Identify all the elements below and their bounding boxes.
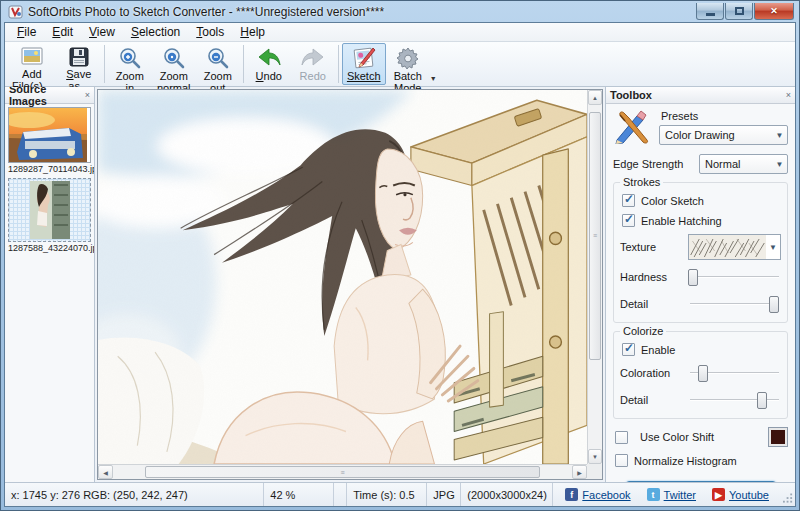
strokes-detail-label: Detail (620, 298, 688, 310)
hardness-slider-thumb[interactable] (688, 269, 698, 286)
menu-help[interactable]: Help (232, 24, 273, 40)
status-dimensions: (2000x3000x24) (461, 483, 553, 506)
chevron-down-icon: ▼ (772, 160, 787, 169)
colorize-detail-slider[interactable] (688, 390, 781, 410)
hardness-label: Hardness (620, 271, 688, 283)
save-as-button[interactable]: Save as... (57, 43, 101, 85)
toolbox-header: Toolbox × (606, 87, 795, 104)
youtube-icon: ▶ (712, 488, 725, 501)
colorize-enable-checkbox[interactable] (622, 343, 635, 356)
use-color-shift-row[interactable]: Use Color Shift (615, 427, 788, 447)
thumbnail-truck[interactable] (8, 107, 91, 163)
color-shift-swatch[interactable] (768, 427, 788, 447)
undo-icon (256, 46, 282, 70)
menu-file[interactable]: File (9, 24, 44, 40)
toolbar-overflow-arrow[interactable]: ▼ (430, 75, 439, 85)
coloration-slider[interactable] (688, 363, 781, 383)
strokes-detail-slider-thumb[interactable] (769, 296, 779, 313)
menu-selection[interactable]: Selection (123, 24, 188, 40)
toolbox-title: Toolbox (610, 89, 786, 101)
source-image-item[interactable]: 1289287_70114043.jpg (8, 107, 91, 174)
status-time: Time (s): 0.5 (347, 483, 427, 506)
zoom-in-button[interactable]: Zoom in (108, 43, 152, 85)
batch-mode-button[interactable]: Batch Mode (386, 43, 430, 85)
strokes-group: Strokes Color Sketch Enable Hatching Tex… (613, 182, 788, 323)
resize-grip[interactable] (781, 483, 795, 506)
minimize-button[interactable] (696, 3, 724, 20)
horizontal-scroll-track[interactable]: ≡ (113, 465, 572, 479)
scroll-right-icon[interactable]: ▶ (572, 465, 587, 479)
app-icon (8, 5, 24, 19)
app-window: SoftOrbits Photo to Sketch Converter - *… (0, 0, 800, 511)
vertical-scrollbar[interactable]: ▲ ≡ ▼ (587, 90, 602, 464)
colorize-detail-label: Detail (620, 394, 688, 406)
horizontal-scroll-thumb[interactable]: ≡ (145, 466, 540, 478)
undo-button[interactable]: Undo (247, 43, 291, 85)
sketch-preview-image[interactable] (98, 90, 587, 464)
twitter-link[interactable]: t Twitter (647, 488, 696, 501)
zoom-in-icon (118, 46, 142, 70)
enable-hatching-label: Enable Hatching (641, 215, 722, 227)
source-images-header: Source Images × (5, 87, 94, 104)
normalize-histogram-row[interactable]: Normalize Histogram (615, 454, 788, 467)
strokes-detail-slider[interactable] (688, 294, 781, 314)
color-sketch-label: Color Sketch (641, 195, 704, 207)
presets-label: Presets (661, 110, 788, 122)
enable-hatching-checkbox-row[interactable]: Enable Hatching (622, 214, 781, 227)
zoom-out-button[interactable]: Zoom out (196, 43, 240, 85)
edge-strength-label: Edge Strength (613, 158, 699, 170)
color-sketch-checkbox[interactable] (622, 194, 635, 207)
normalize-histogram-checkbox[interactable] (615, 454, 628, 467)
add-files-button[interactable]: Add File(s)... (7, 43, 57, 85)
horizontal-scrollbar[interactable]: ◀ ≡ ▶ (98, 464, 587, 479)
presets-dropdown[interactable]: Color Drawing ▼ (659, 125, 788, 145)
coloration-slider-thumb[interactable] (698, 365, 708, 382)
thumbnail-filename: 1287588_43224070.jpg (8, 243, 91, 253)
hardness-slider[interactable] (688, 267, 781, 287)
texture-dropdown[interactable]: ▼ (688, 234, 781, 260)
scroll-up-icon[interactable]: ▲ (588, 90, 602, 105)
sketch-button[interactable]: Sketch (342, 43, 386, 85)
source-images-list: 1289287_70114043.jpg (5, 104, 94, 260)
use-color-shift-label: Use Color Shift (640, 431, 714, 443)
zoom-normal-button[interactable]: Zoom normal (152, 43, 196, 85)
facebook-icon: f (565, 488, 578, 501)
maximize-icon (735, 7, 744, 15)
maximize-button[interactable] (725, 3, 753, 20)
use-color-shift-checkbox[interactable] (615, 431, 628, 444)
source-image-item-selected[interactable]: 1287588_43224070.jpg (8, 178, 91, 253)
vertical-scroll-track[interactable]: ≡ (588, 105, 602, 449)
save-icon (68, 46, 90, 68)
scroll-left-icon[interactable]: ◀ (98, 465, 113, 479)
chevron-down-icon: ▼ (766, 243, 780, 252)
close-button[interactable]: ✕ (754, 3, 794, 20)
twitter-icon: t (647, 488, 660, 501)
scroll-down-icon[interactable]: ▼ (588, 449, 602, 464)
minimize-icon (706, 13, 715, 16)
edge-strength-dropdown[interactable]: Normal ▼ (699, 154, 788, 174)
redo-button[interactable]: Redo (291, 43, 335, 85)
zoom-out-icon (206, 46, 230, 70)
window-controls: ✕ (695, 3, 794, 20)
colorize-detail-slider-thumb[interactable] (757, 392, 767, 409)
youtube-link[interactable]: ▶ Youtube (712, 488, 769, 501)
strokes-legend: Strokes (620, 176, 663, 188)
gear-icon (396, 46, 420, 70)
status-bar: x: 1745 y: 276 RGB: (250, 242, 247) 42 %… (5, 482, 795, 506)
titlebar[interactable]: SoftOrbits Photo to Sketch Converter - *… (4, 1, 796, 22)
thumbnail-selection[interactable] (8, 178, 91, 242)
menu-tools[interactable]: Tools (188, 24, 232, 40)
color-sketch-checkbox-row[interactable]: Color Sketch (622, 194, 781, 207)
panel-close-icon[interactable]: × (786, 90, 791, 100)
menu-edit[interactable]: Edit (44, 24, 81, 40)
facebook-link[interactable]: f Facebook (565, 488, 630, 501)
redo-icon (300, 46, 326, 70)
colorize-enable-checkbox-row[interactable]: Enable (622, 343, 781, 356)
sketch-icon (351, 46, 377, 70)
panel-close-icon[interactable]: × (85, 90, 90, 100)
vertical-scroll-thumb[interactable]: ≡ (589, 112, 601, 360)
status-zoom-level: 42 % (264, 483, 334, 506)
window-title: SoftOrbits Photo to Sketch Converter - *… (28, 5, 384, 19)
menu-view[interactable]: View (81, 24, 123, 40)
enable-hatching-checkbox[interactable] (622, 214, 635, 227)
